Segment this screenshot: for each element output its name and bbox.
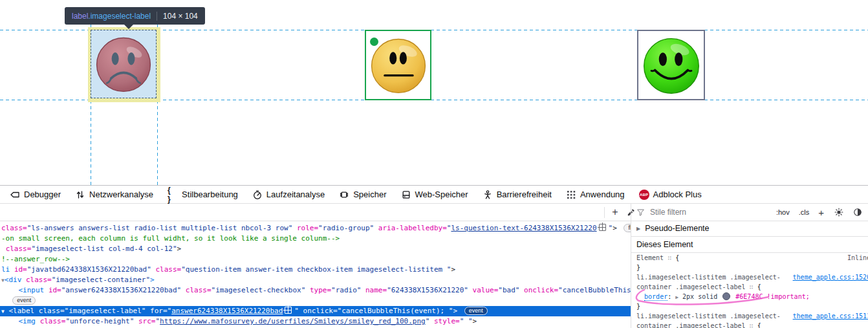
this-element-header: Dieses Element <box>631 237 868 253</box>
markup-badge[interactable]: event <box>464 307 488 315</box>
light-theme-button[interactable] <box>834 208 843 217</box>
screen: label.imageselect-label 104 × 104 Debugg… <box>0 0 868 328</box>
code-token: > <box>613 224 621 232</box>
code-token: class= <box>186 286 212 294</box>
markup-badge[interactable]: flex <box>624 224 631 232</box>
markup-line[interactable]: -on small screen, each column is full wi… <box>0 234 631 244</box>
select-element-crosshair-icon[interactable] <box>599 224 606 231</box>
color-swatch[interactable] <box>722 292 730 300</box>
code-token: > <box>177 245 182 253</box>
tab-network[interactable]: Netzwerkanalyse <box>68 186 160 203</box>
stylesheet-source-link[interactable]: theme_apple.css:1511 <box>793 311 868 321</box>
markup-line[interactable]: !--answer_row--> <box>0 254 631 265</box>
markup-line[interactable]: li id="javatbd624338X1536X21220bad" clas… <box>0 265 631 275</box>
attribute-link[interactable]: https://www.mafosurvey.de/userfiles/Smil… <box>160 317 426 325</box>
add-rule-button[interactable]: + <box>818 207 824 218</box>
add-node-button[interactable]: + <box>608 204 622 221</box>
code-token: "624338X1536X21220" <box>387 286 468 294</box>
tab-adblock-plus[interactable]: ABPAdblock Plus <box>632 186 709 203</box>
markup-badge[interactable]: event <box>12 296 36 305</box>
rules-rows: Element ∷ {Inline}li.imageselect-listite… <box>631 253 868 328</box>
code-token: class= <box>40 317 66 325</box>
pseudo-elements-section[interactable]: ▶ Pseudo-Elemente <box>631 221 868 237</box>
markup-line[interactable]: ▼<div class="imageselect-container"> <box>0 275 631 285</box>
code-token: "answer624338X1536X21220bad" <box>61 286 181 294</box>
tab-storage[interactable]: Web-Speicher <box>394 186 475 203</box>
tab-memory[interactable]: Speicher <box>332 186 393 203</box>
tab-application[interactable]: Anwendung <box>559 186 632 203</box>
devtools-panel: DebuggerNetzwerkanalyse{ }Stilbearbeitun… <box>0 185 868 328</box>
stylesheet-source-link[interactable]: theme_apple.css:1520 <box>793 272 868 282</box>
code-token <box>1 296 10 305</box>
toggle-class-panel[interactable]: .cls <box>799 208 810 216</box>
code-token: class= <box>26 276 52 284</box>
code-token: "imageselect-list col-md-4 col-12" <box>31 245 177 253</box>
imageselect-label-happy[interactable] <box>637 30 705 100</box>
code-token <box>361 286 365 294</box>
code-token <box>429 317 434 325</box>
rule-row: Element ∷ {Inline <box>631 253 868 263</box>
rules-view: ▶ Pseudo-Elemente Dieses Element Element… <box>631 221 868 328</box>
imageselect-label-neutral[interactable] <box>365 30 431 100</box>
code-token: onclick= <box>524 286 558 294</box>
attribute-link[interactable]: answer624338X1536X21220bad <box>171 307 283 315</box>
tab-style-editor[interactable]: { }Stilbearbeitung <box>160 186 245 203</box>
code-token: class= <box>1 224 27 232</box>
tab-accessibility[interactable]: Barrierefreiheit <box>475 186 559 203</box>
code-token: id= <box>14 265 27 274</box>
code-token: "unforce-height" <box>65 317 134 325</box>
imageselect-label-sad[interactable] <box>88 27 160 102</box>
code-token: onclick= <box>303 307 338 315</box>
code-token: style= <box>434 317 460 325</box>
markup-line[interactable]: <img class="unforce-height" src="https:/… <box>0 316 631 327</box>
markup-line-selected[interactable]: ▼ <label class="imageselect-label" for="… <box>0 306 631 316</box>
devtools-toolbar: + :hov .cls + <box>0 204 868 221</box>
markup-line[interactable]: event <box>0 296 631 306</box>
style-editor-icon: { } <box>168 190 178 200</box>
code-token: "bad" <box>498 286 519 294</box>
tab-label: Laufzeitanalyse <box>266 190 325 199</box>
happy-smiley-image <box>641 35 702 96</box>
code-token: "cancelBubbleThis(event); " <box>558 286 631 294</box>
css-property-value[interactable]: #6E748C !important; <box>732 293 809 300</box>
tab-label: Web-Speicher <box>415 190 468 199</box>
dark-theme-button[interactable] <box>853 208 862 217</box>
contrast-moon-icon <box>853 208 862 217</box>
tab-debugger[interactable]: Debugger <box>3 186 68 203</box>
css-property-name[interactable]: border <box>644 293 667 301</box>
tab-label: Netzwerkanalyse <box>89 190 153 199</box>
green-marker-dot <box>370 38 378 46</box>
toggle-hover-pseudo[interactable]: :hov <box>776 208 790 216</box>
infobar-node-label: label.imageselect-label <box>72 12 151 21</box>
code-token: "imageselect-checkbox" <box>212 286 306 294</box>
code-token <box>468 286 473 294</box>
code-token: <label <box>8 307 34 315</box>
code-token: aria-labelledby= <box>378 224 447 232</box>
infobar-tag-name: label <box>72 12 88 21</box>
infobar-class-name: .imageselect-label <box>88 12 151 21</box>
rule-selector: li.imageselect-listitem .imageselect- <box>636 274 781 281</box>
rule-token: { <box>671 254 679 261</box>
toolbar-divider <box>604 207 605 218</box>
styles-filter-input[interactable] <box>649 207 772 217</box>
tab-label: Barrierefreiheit <box>497 190 552 199</box>
select-element-crosshair-icon[interactable] <box>285 307 292 314</box>
markup-line[interactable]: class="imageselect-list col-md-4 col-12"… <box>0 244 631 254</box>
rule-row: } <box>631 263 868 272</box>
tab-label: Stilbearbeitung <box>182 190 238 199</box>
markup-line[interactable]: <input id="answer624338X1536X21220bad" c… <box>0 285 631 296</box>
rule-selector: container .imageselect-label <box>636 322 750 328</box>
code-token: > <box>150 276 155 284</box>
code-token: "question-item answer-item checkbox-item… <box>181 265 451 274</box>
rule-row: container .imageselect-label ∷ { <box>631 321 868 328</box>
code-token: "cancelBubbleThis(event); " <box>338 307 453 315</box>
rule-selector: container .imageselect-label <box>636 283 750 290</box>
rule-token: } <box>636 303 640 310</box>
code-token: !--answer_row--> <box>1 255 70 263</box>
attribute-link[interactable]: ls-question-text-624338X1536X21220 <box>451 224 596 232</box>
infobar-dimensions: 104 × 104 <box>163 12 198 21</box>
markup-line[interactable]: class="ls-answers answers-list radio-lis… <box>0 223 631 234</box>
tab-performance[interactable]: Laufzeitanalyse <box>245 186 332 203</box>
application-icon <box>566 190 576 200</box>
code-token <box>1 286 19 294</box>
